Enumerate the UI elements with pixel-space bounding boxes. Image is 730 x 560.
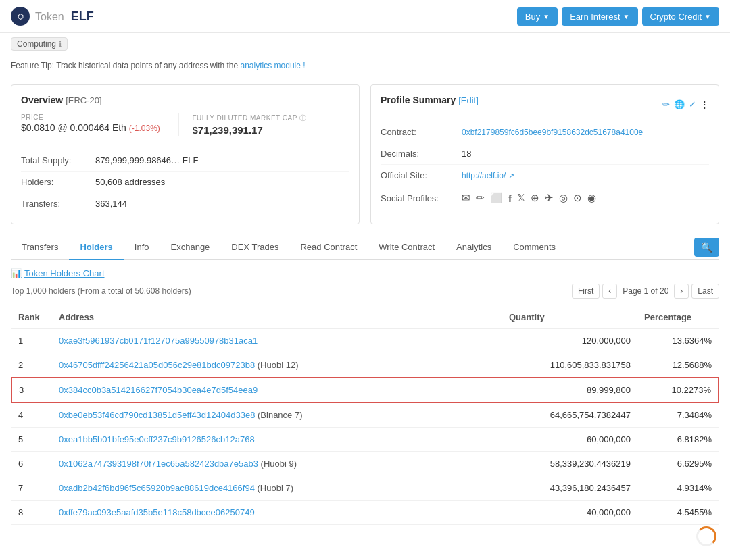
sub-header: Computing ℹ (0, 33, 730, 55)
info-icon[interactable]: ℹ (59, 40, 62, 49)
loading-spinner (696, 526, 716, 533)
next-page-button[interactable]: › (674, 284, 689, 299)
main-content: Overview [ERC-20] PRICE $0.0810 @ 0.0004… (0, 76, 730, 533)
market-cap-label-text: FULLY DILUTED MARKET CAP (193, 114, 297, 122)
market-cap-info-icon[interactable]: ⓘ (299, 114, 307, 122)
price-row: PRICE $0.0810 @ 0.000464 Eth (-1.03%) FU… (21, 113, 349, 143)
holders-table: Rank Address Quantity Percentage 1 0xae3… (11, 307, 719, 525)
overview-title: Overview [ERC-20] (21, 95, 349, 105)
header: ⬡ Token ELF Buy ▼ Earn Interest ▼ Crypto… (0, 0, 730, 33)
quantity-cell: 110,605,833.831758 (502, 353, 637, 378)
tab-exchange[interactable]: Exchange (160, 235, 221, 260)
decimals-label: Decimals: (381, 149, 462, 159)
edit-social-icon[interactable]: ✏ (476, 192, 485, 204)
percentage-cell: 4.5455% (637, 501, 719, 525)
contract-link[interactable]: 0xbf2179859fc6d5bee9bf9158632dc51678a410… (462, 128, 643, 137)
earn-interest-button[interactable]: Earn Interest ▼ (562, 7, 637, 26)
col-percentage: Percentage (637, 307, 719, 328)
holders-info-row: Top 1,000 holders (From a total of 50,60… (11, 284, 719, 299)
buy-chevron-icon: ▼ (543, 13, 550, 20)
address-link[interactable]: 0xadb2b42f6bd96f5c65920b9ac88619dce4166f… (59, 483, 255, 493)
more-icon[interactable]: ⋮ (700, 99, 709, 109)
address-cell: 0x1062a747393198f70f71ec65a582423dba7e5a… (52, 452, 502, 476)
rank-cell: 3 (11, 378, 52, 403)
erc-label: [ERC-20] (66, 95, 101, 105)
buy-button[interactable]: Buy ▼ (517, 7, 558, 26)
tab-analytics[interactable]: Analytics (445, 235, 502, 260)
feature-tip: Feature Tip: Track historical data point… (0, 55, 730, 76)
holders-section: 📊 Token Holders Chart Top 1,000 holders … (11, 268, 719, 525)
table-row: 2 0x46705dfff24256421a05d056c29e81bdc097… (11, 353, 719, 378)
holders-row: Holders: 50,608 addresses (21, 172, 349, 193)
total-supply-value: 879,999,999.98646… ELF (95, 155, 199, 166)
rank-cell: 5 (11, 428, 52, 452)
col-address: Address (52, 307, 502, 328)
rank-cell: 1 (11, 328, 52, 353)
telegram-social-icon[interactable]: ✈ (545, 192, 554, 204)
address-link[interactable]: 0xffe79ac093e5aafd35b5e118c58dbcee062507… (59, 507, 255, 517)
search-button[interactable]: 🔍 (694, 238, 719, 257)
first-page-button[interactable]: First (572, 284, 600, 299)
address-link[interactable]: 0x1062a747393198f70f71ec65a582423dba7e5a… (59, 459, 258, 469)
last-page-button[interactable]: Last (691, 284, 719, 299)
tab-dex-trades[interactable]: DEX Trades (220, 235, 289, 260)
address-link[interactable]: 0x384cc0b3a514216627f7054b30ea4e7d5f54ee… (59, 385, 258, 395)
total-supply-row: Total Supply: 879,999,999.98646… ELF (21, 150, 349, 172)
header-title: Token ELF (35, 9, 94, 24)
address-link[interactable]: 0xae3f5961937cb0171f127075a99550978b31ac… (59, 336, 258, 346)
rank-cell: 7 (11, 476, 52, 501)
tab-holders[interactable]: Holders (69, 235, 123, 260)
tab-read-contract[interactable]: Read Contract (289, 235, 368, 260)
tab-transfers[interactable]: Transfers (11, 235, 69, 260)
price-amount: $0.0810 @ 0.000464 Eth (21, 122, 126, 133)
discord-social-icon[interactable]: ⬜ (490, 192, 503, 204)
tab-comments[interactable]: Comments (502, 235, 566, 260)
token-holders-chart-link[interactable]: 📊 Token Holders Chart (11, 268, 105, 278)
analytics-module-link[interactable]: analytics module ! (241, 61, 306, 70)
percentage-cell: 6.6295% (637, 452, 719, 476)
chart-link-row: 📊 Token Holders Chart (11, 268, 719, 284)
check-icon[interactable]: ✓ (689, 99, 696, 109)
github-social-icon[interactable]: ⊕ (531, 192, 539, 204)
quantity-cell: 120,000,000 (502, 328, 637, 353)
profile-title: Profile Summary [Edit] (381, 95, 479, 105)
pagination: First ‹ Page 1 of 20 › Last (572, 284, 719, 299)
computing-badge: Computing ℹ (11, 37, 68, 51)
prev-page-button[interactable]: ‹ (602, 284, 617, 299)
price-change: (-1.03%) (129, 124, 160, 133)
token-name-label: Token (35, 11, 64, 22)
official-site-link[interactable]: http://aelf.io/ (462, 171, 506, 180)
reddit-social-icon[interactable]: ◎ (559, 192, 568, 204)
tab-info[interactable]: Info (124, 235, 160, 260)
twitter-social-icon[interactable]: 𝕏 (517, 192, 525, 204)
address-link[interactable]: 0x46705dfff24256421a05d056c29e81bdc09723… (59, 360, 255, 370)
quantity-cell: 43,396,180.2436457 (502, 476, 637, 501)
social-profiles-row: Social Profiles: ✉ ✏ ⬜ f 𝕏 ⊕ ✈ ◎ ⊙ ◉ (381, 186, 709, 209)
other-social-icon[interactable]: ◉ (587, 192, 596, 204)
panels-row: Overview [ERC-20] PRICE $0.0810 @ 0.0004… (11, 84, 719, 224)
market-cap-label: FULLY DILUTED MARKET CAP ⓘ (193, 113, 350, 123)
table-row: 7 0xadb2b42f6bd96f5c65920b9ac88619dce416… (11, 476, 719, 501)
col-rank: Rank (11, 307, 52, 328)
quantity-cell: 58,339,230.4436219 (502, 452, 637, 476)
profile-edit-link-a[interactable]: [Edit] (458, 95, 479, 105)
crypto-credit-button[interactable]: Crypto Credit ▼ (642, 7, 719, 26)
wechat-social-icon[interactable]: ⊙ (573, 192, 582, 204)
profile-action-icons: ✏ 🌐 ✓ ⋮ (662, 99, 709, 109)
edit-icon[interactable]: ✏ (662, 99, 670, 109)
address-link[interactable]: 0xea1bb5b01bfe95e0cff237c9b9126526cb12a7… (59, 434, 255, 444)
globe-icon[interactable]: 🌐 (674, 99, 685, 109)
overview-panel: Overview [ERC-20] PRICE $0.0810 @ 0.0004… (11, 84, 360, 224)
address-cell: 0xffe79ac093e5aafd35b5e118c58dbcee062507… (52, 501, 502, 525)
facebook-social-icon[interactable]: f (508, 193, 512, 204)
overview-title-text: Overview (21, 95, 63, 105)
quantity-cell: 89,999,800 (502, 378, 637, 403)
table-row: 3 0x384cc0b3a514216627f7054b30ea4e7d5f54… (11, 378, 719, 403)
tab-write-contract[interactable]: Write Contract (368, 235, 445, 260)
address-link[interactable]: 0xbe0eb53f46cd790cd13851d5eff43d12404d33… (59, 410, 255, 420)
contract-row: Contract: 0xbf2179859fc6d5bee9bf9158632d… (381, 122, 709, 143)
social-icons-group: ✉ ✏ ⬜ f 𝕏 ⊕ ✈ ◎ ⊙ ◉ (462, 192, 596, 204)
spinner-icon (696, 526, 716, 533)
percentage-cell: 12.5688% (637, 353, 719, 378)
email-social-icon[interactable]: ✉ (462, 192, 470, 204)
